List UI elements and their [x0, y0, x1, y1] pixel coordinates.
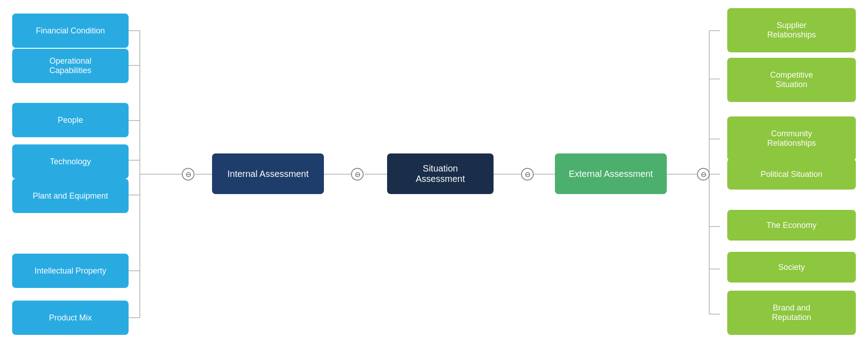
node-intellectual-property: Intellectual Property [12, 254, 129, 288]
connector-left: ⊖ [182, 168, 194, 181]
node-technology: Technology [12, 144, 129, 179]
node-community-relationships: CommunityRelationships [727, 116, 856, 161]
node-plant-equipment: Plant and Equipment [12, 179, 129, 213]
node-product-mix: Product Mix [12, 301, 129, 335]
node-internal-assessment: Internal Assessment [212, 153, 324, 194]
connector-middle-right: ⊖ [521, 168, 534, 181]
node-financial-condition: Financial Condition [12, 14, 129, 48]
node-the-economy: The Economy [727, 210, 856, 241]
connector-middle-left: ⊖ [351, 168, 364, 181]
node-brand-reputation: Brand andReputation [727, 291, 856, 335]
node-competitive-situation: CompetitiveSituation [727, 58, 856, 102]
node-situation-assessment: SituationAssessment [387, 153, 494, 194]
node-supplier-relationships: SupplierRelationships [727, 8, 856, 52]
node-society: Society [727, 252, 856, 283]
connector-right: ⊖ [697, 168, 710, 181]
node-people: People [12, 103, 129, 137]
node-operational-capabilities: OperationalCapabilities [12, 49, 129, 83]
diagram-container: Financial Condition OperationalCapabilit… [0, 0, 868, 343]
node-external-assessment: External Assessment [555, 153, 667, 194]
node-political-situation: Political Situation [727, 159, 856, 190]
